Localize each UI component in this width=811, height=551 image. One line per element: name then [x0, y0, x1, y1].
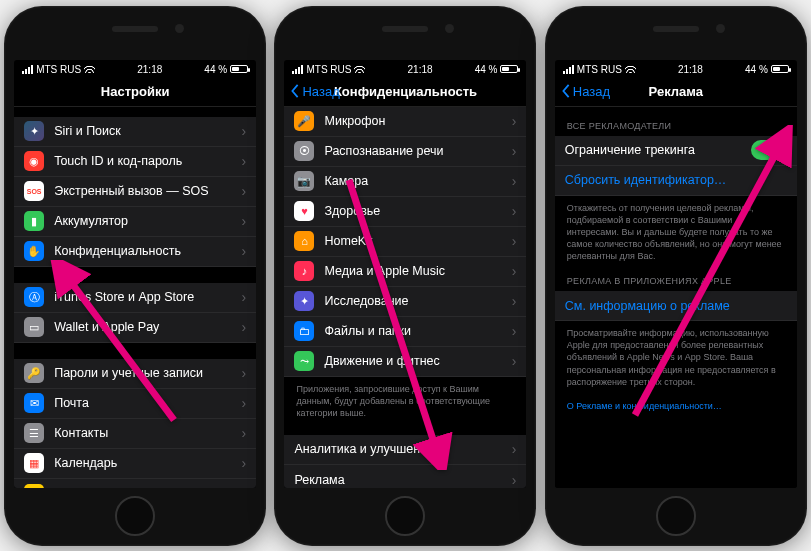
list-item-label: Siri и Поиск: [54, 124, 235, 138]
page-title: Настройки: [101, 84, 170, 99]
list-item[interactable]: ▮Аккумулятор›: [14, 207, 256, 237]
chevron-right-icon: ›: [512, 233, 517, 249]
camera-icon: 📷: [294, 171, 314, 191]
list-item-label: Touch ID и код-пароль: [54, 154, 235, 168]
limit-tracking-toggle[interactable]: [751, 140, 787, 160]
back-button[interactable]: Назад: [561, 84, 610, 99]
list-item[interactable]: Реклама›: [284, 465, 526, 488]
list-item[interactable]: ◉Touch ID и код-пароль›: [14, 147, 256, 177]
nav-bar: Настройки: [14, 77, 256, 107]
limit-tracking-label: Ограничение трекинга: [565, 143, 751, 157]
chevron-right-icon: ›: [512, 173, 517, 189]
home-button[interactable]: [656, 496, 696, 536]
phone-privacy: MTS RUS 21:18 44 % Назад Конфиденциально…: [274, 6, 536, 546]
passwords-icon: 🔑: [24, 363, 44, 383]
siri-icon: ✦: [24, 121, 44, 141]
list-item[interactable]: ⦿Распознавание речи›: [284, 137, 526, 167]
list-item[interactable]: ♥Здоровье›: [284, 197, 526, 227]
wifi-icon: [625, 65, 636, 73]
chevron-right-icon: ›: [241, 243, 246, 259]
list-item-label: Пароли и учетные записи: [54, 366, 235, 380]
microphone-icon: 🎤: [294, 111, 314, 131]
list-item[interactable]: ✦Исследование›: [284, 287, 526, 317]
touchid-icon: ◉: [24, 151, 44, 171]
list-item[interactable]: ⌂HomeKit›: [284, 227, 526, 257]
ad-info-row[interactable]: См. информацию о рекламе: [555, 291, 797, 321]
back-label: Назад: [302, 84, 339, 99]
chevron-right-icon: ›: [241, 425, 246, 441]
limit-tracking-row[interactable]: Ограничение трекинга: [555, 136, 797, 166]
list-item[interactable]: ♪Медиа и Apple Music›: [284, 257, 526, 287]
appstore-icon: Ⓐ: [24, 287, 44, 307]
chevron-right-icon: ›: [241, 486, 246, 488]
battery-icon: [771, 65, 789, 73]
speech-icon: ⦿: [294, 141, 314, 161]
signal-icon: [292, 65, 303, 74]
calendar-icon: ▦: [24, 453, 44, 473]
list-item-label: Медиа и Apple Music: [324, 264, 505, 278]
list-item[interactable]: 🗀Файлы и папки›: [284, 317, 526, 347]
contacts-icon: ☰: [24, 423, 44, 443]
list-item[interactable]: 📷Камера›: [284, 167, 526, 197]
back-label: Назад: [573, 84, 610, 99]
list-item[interactable]: ▭Wallet и Apple Pay›: [14, 313, 256, 343]
nav-bar: Назад Реклама: [555, 77, 797, 107]
reset-identifier-row[interactable]: Сбросить идентификатор…: [555, 166, 797, 196]
list-item-label: Аналитика и улучшения: [294, 442, 505, 456]
clock: 21:18: [678, 64, 703, 75]
status-bar: MTS RUS 21:18 44 %: [284, 60, 526, 77]
privacy-list[interactable]: 🎤Микрофон›⦿Распознавание речи›📷Камера›♥З…: [284, 107, 526, 488]
phone-settings: MTS RUS 21:18 44 % Настройки ✦Siri и Пои…: [4, 6, 266, 546]
list-item-label: HomeKit: [324, 234, 505, 248]
advertising-content[interactable]: ВСЕ РЕКЛАМОДАТЕЛИ Ограничение трекинга С…: [555, 107, 797, 488]
back-button[interactable]: Назад: [290, 84, 339, 99]
chevron-right-icon: ›: [512, 441, 517, 457]
list-item-label: Почта: [54, 396, 235, 410]
list-item[interactable]: SOSЭкстренный вызов — SOS›: [14, 177, 256, 207]
list-item[interactable]: Аналитика и улучшения›: [284, 435, 526, 465]
list-item[interactable]: ✦Siri и Поиск›: [14, 117, 256, 147]
list-item[interactable]: ⒶiTunes Store и App Store›: [14, 283, 256, 313]
home-button[interactable]: [385, 496, 425, 536]
list-item-label: Реклама: [294, 473, 505, 487]
list-item[interactable]: 🎤Микрофон›: [284, 107, 526, 137]
ad-info-label: См. информацию о рекламе: [565, 299, 787, 313]
list-item[interactable]: ⤳Движение и фитнес›: [284, 347, 526, 377]
battery-pct: 44 %: [204, 64, 227, 75]
privacy-link[interactable]: О Рекламе и конфиденциальности…: [555, 388, 797, 412]
list-item[interactable]: ☰Контакты›: [14, 419, 256, 449]
chevron-right-icon: ›: [241, 183, 246, 199]
list-item[interactable]: ✋Конфиденциальность›: [14, 237, 256, 267]
chevron-right-icon: ›: [512, 293, 517, 309]
carrier-label: MTS RUS: [36, 64, 81, 75]
health-icon: ♥: [294, 201, 314, 221]
list-item-label: Исследование: [324, 294, 505, 308]
chevron-right-icon: ›: [241, 123, 246, 139]
page-title: Конфиденциальность: [334, 84, 477, 99]
page-title: Реклама: [649, 84, 703, 99]
reset-identifier-label: Сбросить идентификатор…: [565, 173, 787, 187]
battery-pct: 44 %: [475, 64, 498, 75]
list-item[interactable]: ✉Почта›: [14, 389, 256, 419]
section-header: ВСЕ РЕКЛАМОДАТЕЛИ: [555, 107, 797, 136]
list-item[interactable]: ▤Заметки›: [14, 479, 256, 488]
list-item-label: Конфиденциальность: [54, 244, 235, 258]
research-icon: ✦: [294, 291, 314, 311]
list-item-label: Камера: [324, 174, 505, 188]
home-button[interactable]: [115, 496, 155, 536]
footer-note: Приложения, запросившие доступ к Вашим д…: [284, 377, 526, 419]
chevron-right-icon: ›: [241, 365, 246, 381]
list-item[interactable]: ▦Календарь›: [14, 449, 256, 479]
settings-list[interactable]: ✦Siri и Поиск›◉Touch ID и код-пароль›SOS…: [14, 107, 256, 488]
list-item-label: Календарь: [54, 456, 235, 470]
list-item-label: Здоровье: [324, 204, 505, 218]
chevron-right-icon: ›: [512, 353, 517, 369]
status-bar: MTS RUS 21:18 44 %: [555, 60, 797, 77]
list-item-label: Заметки: [54, 487, 235, 488]
chevron-right-icon: ›: [241, 289, 246, 305]
list-item[interactable]: 🔑Пароли и учетные записи›: [14, 359, 256, 389]
screen: MTS RUS 21:18 44 % Назад Реклама ВСЕ РЕК…: [555, 60, 797, 488]
list-item-label: Файлы и папки: [324, 324, 505, 338]
files-icon: 🗀: [294, 321, 314, 341]
carrier-label: MTS RUS: [306, 64, 351, 75]
